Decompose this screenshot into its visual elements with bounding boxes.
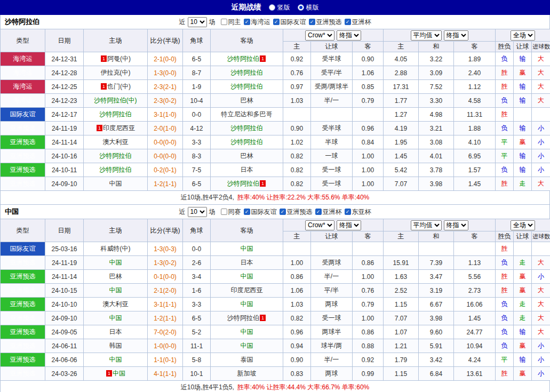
layout-radio-vertical[interactable]: 竖版 [269, 3, 290, 12]
odds-final-select[interactable]: 终指 [337, 220, 361, 230]
away-team-link[interactable]: 沙特阿拉伯 [227, 314, 259, 322]
home-team-link[interactable]: 沙特阿拉伯(中) [94, 97, 137, 104]
home-team-cell: 伊拉克(中) [84, 66, 148, 80]
filter-checkbox[interactable]: 海湾运 [244, 18, 270, 27]
odds-away: 0.90 [353, 52, 384, 66]
home-team-link[interactable]: 中国 [109, 259, 122, 266]
avg-source-select[interactable]: 平均值 [411, 30, 442, 41]
full-match-select[interactable]: 全场 [511, 220, 535, 230]
avg-final-select[interactable]: 终指 [444, 220, 468, 230]
away-team-link[interactable]: 日本 [241, 259, 253, 266]
checkbox-label: 海湾运 [251, 18, 270, 27]
match-date: 24-12-28 [45, 66, 84, 80]
handicap-result: 输 [514, 353, 532, 367]
checkbox-icon [315, 209, 322, 215]
avg-home: 7.07 [384, 177, 419, 191]
away-team-link[interactable]: 印度尼西亚 [231, 286, 263, 294]
layout-radio-horizontal[interactable]: 横版 [298, 3, 319, 12]
recent-count-select[interactable]: 10 [188, 207, 207, 217]
recent-count-select[interactable]: 10 [188, 17, 207, 27]
home-team-link[interactable]: 澳大利亚 [103, 138, 129, 146]
home-team-link[interactable]: 中国 [109, 286, 122, 294]
odds-handicap: 半/一 [311, 270, 353, 284]
home-team-link[interactable]: 沙特阿拉伯 [100, 166, 132, 173]
filter-checkbox[interactable]: 亚洲预选 [280, 207, 313, 217]
odds-handicap: 受一球 [311, 163, 353, 177]
away-team-link[interactable]: 新加坡 [237, 370, 257, 377]
odds-handicap: 球半/两 [311, 339, 353, 353]
odds-away: 0.99 [353, 367, 384, 381]
avg-home: 4.19 [384, 122, 419, 135]
home-team-link[interactable]: 沙特阿拉伯 [100, 152, 132, 159]
away-team-link[interactable]: 中国 [241, 273, 253, 280]
filter-checkbox[interactable]: 国际友谊 [244, 207, 277, 217]
away-team-link[interactable]: 沙特阿拉伯 [231, 83, 263, 90]
filter-checkbox[interactable]: 同主 [221, 18, 241, 27]
checkbox-icon [280, 209, 286, 215]
away-team-cell: 沙特阿拉伯 [211, 122, 283, 135]
match-type-badge: 国际友谊 [1, 242, 45, 256]
avg-selects-cell: 平均值终指 [384, 219, 496, 231]
result: 胜 [496, 270, 514, 284]
away-team-link[interactable]: 特立尼达和多巴哥 [221, 110, 273, 118]
filter-checkbox[interactable]: 同赛 [221, 207, 241, 217]
filter-checkbox[interactable]: 东亚杯 [345, 207, 371, 217]
col-odds-away: 客 [353, 42, 384, 52]
home-team-cell: 澳大利亚 [84, 298, 148, 311]
away-team-link[interactable]: 泰国 [241, 356, 253, 363]
away-team-link[interactable]: 中国 [241, 300, 253, 308]
away-team-link[interactable]: 沙特阿拉伯 [231, 138, 263, 146]
home-team-link[interactable]: 沙特阿拉伯 [100, 110, 132, 118]
avg-away: 5.56 [454, 270, 496, 284]
home-team-link[interactable]: 澳大利亚 [103, 300, 129, 308]
col-goals: 进球数 [532, 42, 550, 52]
result: 平 [496, 135, 514, 149]
home-team-link[interactable]: 伊拉克(中) [101, 69, 131, 76]
home-team-link[interactable]: 中国 [109, 314, 122, 322]
handicap-result: 输 [514, 94, 532, 108]
away-team-link[interactable]: 巴林 [241, 97, 253, 104]
away-team-link[interactable]: 中国 [241, 245, 253, 252]
result: 负 [496, 256, 514, 270]
score: 0-0(0-0) [148, 149, 183, 163]
home-team-link[interactable]: 中国 [109, 356, 122, 363]
avg-final-select[interactable]: 终指 [444, 30, 468, 41]
avg-home: 1.95 [384, 135, 419, 149]
away-team-link[interactable]: 中国 [241, 342, 253, 349]
handicap-result: 赢 [514, 284, 532, 298]
away-team-link[interactable]: 沙特阿拉伯 [231, 124, 263, 132]
full-match-select[interactable]: 全场 [511, 30, 535, 41]
away-team-link[interactable]: 日本 [241, 166, 253, 173]
filter-checkbox[interactable]: 亚洲预选 [309, 18, 342, 27]
home-team-link[interactable]: 日本 [109, 328, 122, 335]
filter-checkbox[interactable]: 亚洲杯 [345, 18, 371, 27]
home-team-link[interactable]: 阿曼(中) [107, 55, 131, 62]
odds-source-select[interactable]: Crow* [305, 220, 334, 230]
avg-away [454, 242, 496, 256]
home-team-link[interactable]: 科威特(中) [101, 245, 131, 252]
corners: 3-4 [183, 270, 211, 284]
avg-source-select[interactable]: 平均值 [411, 220, 442, 230]
filter-checkbox[interactable]: 国际友谊 [273, 18, 306, 27]
home-team-link[interactable]: 中国 [109, 180, 122, 187]
match-date: 24-11-19 [45, 256, 84, 270]
home-team-link[interactable]: 韩国 [109, 342, 122, 349]
away-team-link[interactable]: 中国 [241, 328, 253, 335]
odds-source-select[interactable]: Crow* [305, 30, 334, 41]
home-team-link[interactable]: 印度尼西亚 [103, 124, 135, 132]
odds-final-select[interactable]: 终指 [337, 30, 361, 41]
away-team-link[interactable]: 沙特阿拉伯 [227, 55, 259, 62]
home-team-link[interactable]: 也门(中) [107, 83, 131, 90]
home-team-link[interactable]: 中国 [113, 370, 125, 377]
away-team-link[interactable]: 沙特阿拉伯 [231, 69, 263, 76]
odds-handicap [311, 242, 353, 256]
filter-checkbox[interactable]: 亚洲杯 [315, 207, 342, 217]
goals-result [532, 108, 550, 122]
home-team-link[interactable]: 巴林 [109, 273, 122, 280]
match-type-badge: 亚洲预选 [1, 256, 45, 270]
away-team-link[interactable]: 沙特阿拉伯 [227, 180, 259, 187]
checkbox-icon [345, 19, 351, 25]
away-team-link[interactable]: 巴林 [241, 152, 253, 159]
score: 0-2(0-1) [148, 163, 183, 177]
table-header-row-1: 类型 日期 主场 比分(半场) 角球 客场 Crow*终指 平均值终指 全场 [1, 29, 550, 42]
